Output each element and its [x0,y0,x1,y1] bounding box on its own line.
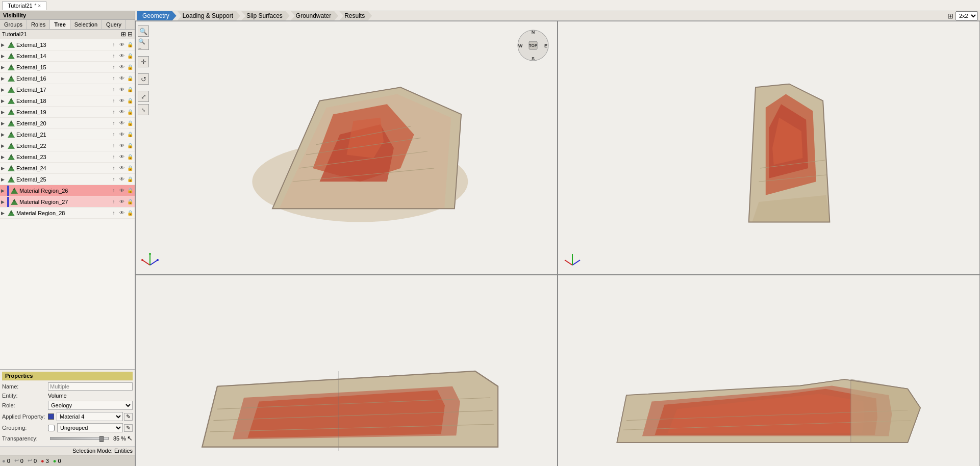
prop-grouping-edit-btn[interactable]: ✎ [124,424,133,432]
expand-arrow[interactable]: ▶ [1,199,7,204]
item-lock-icon[interactable]: 🔒 [127,53,134,59]
tree-row[interactable]: ▶ External_18 ↑ 👁 🔒 [0,95,135,107]
prop-role-select[interactable]: Geology [48,401,133,410]
fit2-btn[interactable]: ⤡ [138,104,149,115]
item-lock-icon[interactable]: 🔒 [127,199,134,204]
item-lock-icon[interactable]: 🔒 [127,64,134,70]
item-up-icon[interactable]: ↑ [110,132,117,137]
item-up-icon[interactable]: ↑ [110,53,117,59]
item-up-icon[interactable]: ↑ [110,109,117,115]
nav-tab-loading[interactable]: Loading & Support [178,11,240,20]
tree-collapse-icon[interactable]: ⊟ [128,31,133,38]
transparency-slider-thumb[interactable] [99,436,104,442]
zoom-out-btn[interactable]: 🔍− [138,39,149,50]
item-up-icon[interactable]: ↑ [110,154,117,160]
item-lock-icon[interactable]: 🔒 [127,165,134,171]
item-lock-icon[interactable]: 🔒 [127,132,134,137]
item-eye-icon[interactable]: 👁 [118,143,125,148]
tree-row[interactable]: ▶ External_16 ↑ 👁 🔒 [0,73,135,84]
item-up-icon[interactable]: ↑ [110,64,117,70]
expand-arrow[interactable]: ▶ [1,177,7,182]
viewport-bottom-left[interactable] [135,275,558,466]
prop-name-input[interactable] [48,382,133,391]
item-up-icon[interactable]: ↑ [110,42,117,47]
expand-arrow[interactable]: ▶ [1,154,7,160]
expand-arrow[interactable]: ▶ [1,188,7,193]
tree-row[interactable]: ▶ External_22 ↑ 👁 🔒 [0,140,135,151]
prop-grouping-select[interactable]: Ungrouped [57,423,123,432]
tree-row[interactable]: ▶ External_23 ↑ 👁 🔒 [0,151,135,163]
expand-arrow[interactable]: ▶ [1,42,7,47]
tree-row[interactable]: ▶ External_13 ↑ 👁 🔒 [0,39,135,50]
item-eye-icon[interactable]: 👁 [118,120,125,126]
item-up-icon[interactable]: ↑ [110,120,117,126]
grid-size-select[interactable]: 2x2 1x1 1x2 2x1 2x3 3x3 [956,11,978,20]
expand-arrow[interactable]: ▶ [1,98,7,103]
item-up-icon[interactable]: ↑ [110,199,117,204]
item-eye-icon[interactable]: 👁 [118,199,125,204]
tab-query[interactable]: Query [102,20,126,29]
tree-row[interactable]: ▶ External_17 ↑ 👁 🔒 [0,84,135,95]
item-lock-icon[interactable]: 🔒 [127,120,134,126]
item-up-icon[interactable]: ↑ [110,165,117,171]
item-eye-icon[interactable]: 👁 [118,188,125,193]
tree-row[interactable]: ▶ Material Region_28 ↑ 👁 🔒 [0,208,135,219]
viewport-bottom-right[interactable] [558,275,980,466]
tree-row[interactable]: ▶ External_14 ↑ 👁 🔒 [0,50,135,62]
expand-arrow[interactable]: ▶ [1,54,7,59]
item-lock-icon[interactable]: 🔒 [127,109,134,115]
tree-row[interactable]: ▶ External_20 ↑ 👁 🔒 [0,118,135,129]
zoom-in-btn[interactable]: 🔍 [138,25,149,37]
grouping-checkbox[interactable] [48,425,55,431]
item-up-icon[interactable]: ↑ [110,176,117,182]
item-eye-icon[interactable]: 👁 [118,87,125,92]
expand-arrow[interactable]: ▶ [1,76,7,81]
expand-arrow[interactable]: ▶ [1,110,7,115]
item-eye-icon[interactable]: 👁 [118,165,125,171]
item-eye-icon[interactable]: 👁 [118,176,125,182]
item-eye-icon[interactable]: 👁 [118,53,125,59]
fit-btn[interactable]: ⤢ [138,91,149,102]
nav-tab-results[interactable]: Results [339,11,372,20]
tree-row[interactable]: ▶ External_19 ↑ 👁 🔒 [0,107,135,118]
item-eye-icon[interactable]: 👁 [118,98,125,103]
item-lock-icon[interactable]: 🔒 [127,42,134,47]
item-lock-icon[interactable]: 🔒 [127,75,134,81]
pan-btn[interactable]: ✛ [138,56,149,67]
reset-btn[interactable]: ↺ [138,73,149,85]
item-up-icon[interactable]: ↑ [110,143,117,148]
tree-row[interactable]: ▶ External_21 ↑ 👁 🔒 [0,129,135,140]
tree-row[interactable]: ▶ External_15 ↑ 👁 🔒 [0,62,135,73]
item-eye-icon[interactable]: 👁 [118,210,125,216]
item-up-icon[interactable]: ↑ [110,210,117,216]
expand-arrow[interactable]: ▶ [1,166,7,171]
nav-tab-groundwater[interactable]: Groundwater [291,11,338,20]
item-up-icon[interactable]: ↑ [110,75,117,81]
item-lock-icon[interactable]: 🔒 [127,143,134,148]
viewport-top-right[interactable] [558,21,980,275]
item-lock-icon[interactable]: 🔒 [127,210,134,216]
expand-arrow[interactable]: ▶ [1,132,7,137]
document-tab[interactable]: Tutorial21* × [2,1,46,10]
expand-arrow[interactable]: ▶ [1,211,7,216]
tab-tree[interactable]: Tree [50,20,70,29]
tree-expand-icon[interactable]: ⊞ [121,31,126,38]
viewport-top-left[interactable]: 🔍 🔍− ✛ ↺ ⤢ ⤡ TOP N [135,21,558,275]
item-eye-icon[interactable]: 👁 [118,109,125,115]
item-up-icon[interactable]: ↑ [110,188,117,193]
item-eye-icon[interactable]: 👁 [118,75,125,81]
item-lock-icon[interactable]: 🔒 [127,98,134,103]
item-eye-icon[interactable]: 👁 [118,154,125,160]
item-eye-icon[interactable]: 👁 [118,132,125,137]
expand-arrow[interactable]: ▶ [1,87,7,92]
tab-close-icon[interactable]: * × [35,3,41,9]
tab-selection[interactable]: Selection [70,20,102,29]
expand-arrow[interactable]: ▶ [1,143,7,148]
tree-row[interactable]: ▶ External_24 ↑ 👁 🔒 [0,163,135,174]
tab-groups[interactable]: Groups [0,20,27,29]
item-up-icon[interactable]: ↑ [110,87,117,92]
tab-roles[interactable]: Roles [27,20,50,29]
item-lock-icon[interactable]: 🔒 [127,87,134,92]
item-lock-icon[interactable]: 🔒 [127,188,134,193]
expand-arrow[interactable]: ▶ [1,121,7,126]
